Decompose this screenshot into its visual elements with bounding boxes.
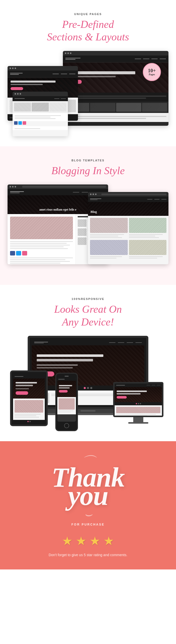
laptop-nav <box>32 340 144 345</box>
mock-nav-m3 <box>69 74 75 74</box>
blog-grid-line-6 <box>129 237 159 238</box>
monitor-nav-links <box>147 385 160 385</box>
blog-more-2 <box>10 259 65 260</box>
phone-home-button <box>64 423 69 428</box>
blog-nav-1 <box>73 192 79 192</box>
tablet-hero <box>13 378 45 399</box>
browser-bar-mid <box>8 66 78 71</box>
browser-dot-m3 <box>15 68 16 69</box>
laptop-logo-2 <box>34 343 44 343</box>
star-2: ★ <box>76 534 86 548</box>
browser-dot-s1 <box>15 93 16 95</box>
section-thankyou: ⌒ Thank you ⌣ FOR PURCHASE ★ ★ ★ ★ Don't… <box>0 441 176 569</box>
monitor-hero-t1 <box>117 391 147 392</box>
thankyou-script-area: Thank you <box>8 466 168 508</box>
unique-pages-label: UNIQUE PAGES <box>8 13 168 16</box>
monitor-btn <box>117 396 127 399</box>
monitor-nav-2 <box>152 385 155 385</box>
laptop-hero <box>32 345 144 385</box>
blog-social-share <box>10 251 73 255</box>
blog-nav-2-3 <box>161 199 166 200</box>
mock-s-line-3 <box>15 118 56 119</box>
laptop-nav-3 <box>127 342 133 343</box>
blog-grid-img-3 <box>90 240 128 255</box>
blog-more-1 <box>10 257 73 258</box>
blog-main-content <box>8 214 75 264</box>
blog-share-fb <box>10 251 15 255</box>
blog-share-tw <box>16 251 21 255</box>
mock-section-2 <box>63 93 168 102</box>
tablet-dot-1 <box>29 421 31 422</box>
blog-grid-img-2 <box>129 218 167 233</box>
section-blog-templates: BLOG TEMPLATES Blogging In Style <box>0 146 176 285</box>
blog-featured-img <box>10 217 73 239</box>
mock-img-3 <box>116 103 141 112</box>
responsive-heading: Looks Great On Any Device! <box>8 303 168 328</box>
browser-bar-main <box>63 51 168 55</box>
mock-light-line-1 <box>65 116 166 117</box>
browser-dot-s3 <box>20 93 21 95</box>
browser-dot-2 <box>67 52 69 54</box>
tablet-t1 <box>15 414 40 415</box>
mock-logo-line-2 <box>65 59 75 60</box>
star-4: ★ <box>103 534 114 548</box>
browser-dot-m1 <box>10 68 11 69</box>
phone-nav <box>57 378 76 381</box>
monitor-dot-2 <box>140 403 141 404</box>
blog-logo-1 <box>10 191 24 192</box>
blog-sidebar-img-2 <box>78 228 86 236</box>
blog-nav-2 <box>82 192 88 192</box>
mock-hero-mid-title <box>11 81 56 83</box>
laptop-nav-4 <box>136 342 142 343</box>
blog-grid-line-8 <box>90 258 116 259</box>
mock-small-img-3 <box>50 103 66 111</box>
blog-bar-secondary <box>88 192 168 197</box>
blog-logo-22 <box>90 200 98 200</box>
mock-img-4 <box>142 103 167 112</box>
blog-content-secondary: Blog <box>88 197 168 264</box>
phone-hero-t1 <box>59 385 72 386</box>
blog-more-4 <box>10 263 60 264</box>
tablet-dots <box>13 420 45 422</box>
mock-hero-mid-btn <box>11 87 23 90</box>
tablet-t3 <box>15 417 39 418</box>
laptop-logo <box>34 342 48 343</box>
blog-logo <box>10 191 24 193</box>
mock-nav-s-link-2 <box>61 98 66 99</box>
mock-site-header-mid <box>8 71 78 78</box>
blog-logo-2 <box>10 192 20 193</box>
blog-label: BLOG TEMPLATES <box>8 159 168 162</box>
blog-sidebar-img-3 <box>78 237 86 245</box>
browser-dot-3 <box>70 52 71 54</box>
tablet-dot-active <box>27 421 29 422</box>
blog-grid-line-9 <box>129 256 163 257</box>
blog-nav-2-1 <box>147 199 152 200</box>
tablet-hero-t1 <box>16 382 37 383</box>
laptop-hero-t1 <box>37 354 103 357</box>
laptop-logo-1 <box>34 342 48 342</box>
monitor-dots <box>115 402 162 405</box>
blog-dot-s3 <box>95 194 97 195</box>
blog-grid-line-7 <box>90 256 122 257</box>
tablet-device <box>10 370 48 426</box>
mock-social-tw <box>18 121 22 125</box>
blog-secondary-title: Blog <box>91 210 97 214</box>
monitor-logo <box>116 385 125 385</box>
mock-social-fb <box>14 121 18 125</box>
laptop-hero-sub <box>37 364 78 366</box>
blog-text-1 <box>10 241 73 242</box>
blog-dot-s1 <box>90 194 92 195</box>
phone-logo <box>58 379 65 379</box>
laptop-nav-2 <box>118 342 124 343</box>
phone-screen <box>57 378 76 422</box>
mock-image-grid <box>63 102 168 113</box>
blog-logo-21 <box>90 199 101 199</box>
phone-hero <box>57 381 76 397</box>
mock-s-bottom <box>13 126 68 130</box>
phone-btn <box>59 390 68 393</box>
mock-nav-mid <box>53 74 75 74</box>
tablet-t2 <box>15 415 36 416</box>
blog-heading: Blogging In Style <box>8 164 168 177</box>
browser-mockup-main: 10+ Pages <box>63 51 168 126</box>
monitor-hero <box>115 387 162 402</box>
